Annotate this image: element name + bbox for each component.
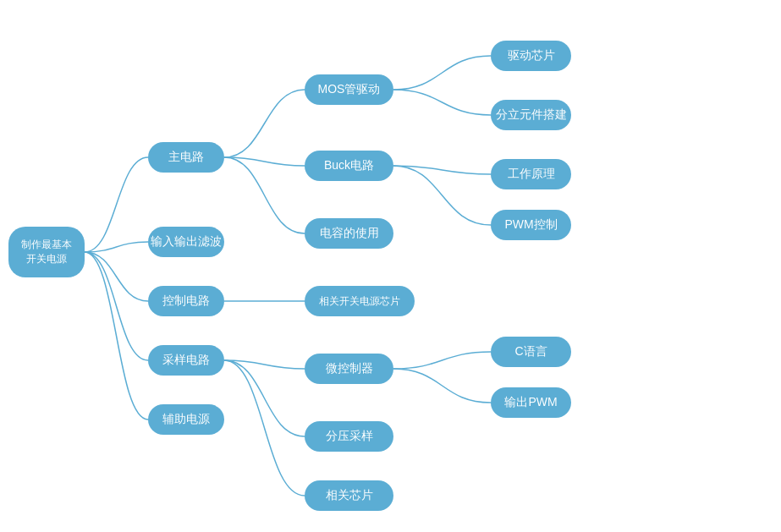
node-n112: 分立元件搭建 xyxy=(491,100,571,130)
node-n43: 相关芯片 xyxy=(305,480,393,511)
node-n412: 输出PWM xyxy=(491,387,571,418)
node-n2: 输入输出滤波 xyxy=(148,227,224,257)
node-n31: 相关开关电源芯片 xyxy=(305,286,415,316)
node-n5: 辅助电源 xyxy=(148,404,224,435)
node-root: 制作最基本 开关电源 xyxy=(8,227,85,277)
node-n3: 控制电路 xyxy=(148,286,224,316)
node-n41: 微控制器 xyxy=(305,354,393,384)
node-n1: 主电路 xyxy=(148,142,224,173)
node-n121: 工作原理 xyxy=(491,159,571,189)
node-n42: 分压采样 xyxy=(305,421,393,452)
node-n122: PWM控制 xyxy=(491,210,571,240)
node-n12: Buck电路 xyxy=(305,151,393,181)
node-n11: MOS管驱动 xyxy=(305,74,393,105)
node-n13: 电容的使用 xyxy=(305,218,393,249)
node-n411: C语言 xyxy=(491,337,571,367)
node-n4: 采样电路 xyxy=(148,345,224,376)
node-n111: 驱动芯片 xyxy=(491,41,571,71)
diagram-container: 制作最基本 开关电源主电路输入输出滤波控制电路采样电路辅助电源MOS管驱动Buc… xyxy=(0,0,781,532)
